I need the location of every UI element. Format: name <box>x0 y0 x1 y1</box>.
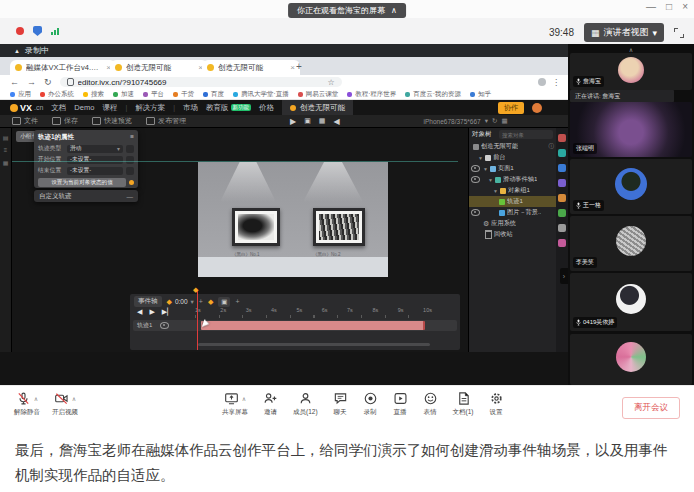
prop-set-button[interactable] <box>126 145 134 153</box>
participant-tile-3[interactable]: 王一格 <box>570 159 692 214</box>
playhead-line[interactable] <box>197 291 198 350</box>
component-icon[interactable] <box>558 179 566 187</box>
time-display[interactable]: ◆ 0:00 ▾ <box>167 298 194 306</box>
nav-item-demo[interactable]: Demo <box>74 103 94 112</box>
user-avatar[interactable] <box>532 103 542 113</box>
start-video-button[interactable]: ∧ 开启视频 <box>52 391 78 417</box>
prop-set-button[interactable] <box>126 167 134 175</box>
component-icon[interactable] <box>558 149 566 157</box>
add-track-button[interactable]: + <box>235 298 239 305</box>
video-options-caret[interactable]: ∧ <box>72 395 76 402</box>
collapse-minus-icon[interactable]: — <box>127 193 134 200</box>
security-shield-icon[interactable] <box>33 26 42 36</box>
leave-meeting-button[interactable]: 离开会议 <box>622 397 680 419</box>
canvas-gallery-wall[interactable]: 《黑白》No.1综合材料 《黑白》No.2综合材料 <box>198 162 388 257</box>
bookmark-item[interactable]: 搜索 <box>83 90 104 99</box>
chat-button[interactable]: 聊天 <box>333 391 348 417</box>
participant-tile-2[interactable]: 张端明 <box>570 102 692 157</box>
participant-tile-6[interactable] <box>570 334 692 385</box>
unmute-button[interactable]: ∧ 解除静音 <box>14 391 40 417</box>
vx-logo[interactable]: VX.cn <box>10 103 43 113</box>
grid-icon[interactable]: ▦ <box>501 117 507 125</box>
participant-tile-1[interactable]: 詹海宝 <box>570 53 692 90</box>
save-button[interactable]: 保存 <box>52 116 78 126</box>
view-mode-button[interactable]: ▦ 演讲者视图 ▾ <box>584 23 664 42</box>
timeline-ruler[interactable]: 1s2s 3s4s 5s6s 7s8s 9s10s <box>195 307 432 317</box>
participant-tile-4[interactable]: 李美笑 <box>570 216 692 271</box>
add-keyframe-button[interactable]: + <box>199 298 203 305</box>
camera-chip-icon[interactable]: ▣ <box>218 297 230 307</box>
app-tab[interactable]: 创造无限可能 <box>282 100 353 115</box>
info-icon[interactable]: ⓘ <box>549 143 555 150</box>
url-field[interactable]: editor.ivx.cn/?910745669 ☆ <box>60 77 342 87</box>
tree-item-page[interactable]: ▼页面1 <box>469 163 556 174</box>
eye-icon[interactable] <box>471 176 480 183</box>
quick-preview-button[interactable]: 快速预览 <box>92 116 132 126</box>
track-type-select[interactable]: 滑动▾ <box>67 145 123 153</box>
component-icon[interactable] <box>558 164 566 172</box>
device-caret-icon[interactable]: ▾ <box>485 117 488 125</box>
tree-item-image[interactable]: 图片－背景.. <box>469 207 556 218</box>
nav-item-course[interactable]: 课程 <box>102 103 117 113</box>
tree-item-system[interactable]: ⚙ 应用系统 <box>469 218 556 229</box>
component-icon[interactable] <box>558 134 566 142</box>
bookmark-item[interactable]: 应用 <box>10 90 31 99</box>
close-button[interactable]: × <box>682 1 688 12</box>
artwork-frame-1[interactable] <box>232 208 280 246</box>
forward-icon[interactable]: → <box>27 77 36 87</box>
track-duration-bar[interactable] <box>201 321 425 330</box>
share-options-caret[interactable]: ∧ <box>242 395 246 402</box>
back-icon[interactable]: ← <box>10 77 19 87</box>
timeline-track-row[interactable]: 轨迹1 <box>133 320 457 331</box>
bookmark-item[interactable]: 教程·程序世界 <box>347 90 396 99</box>
invite-button[interactable]: 邀请 <box>263 391 278 417</box>
live-button[interactable]: 直播 <box>393 391 408 417</box>
component-icon[interactable] <box>558 239 566 247</box>
next-frame-button[interactable]: ▶▏ <box>162 308 173 316</box>
prev-frame-button[interactable]: ◀ <box>137 308 142 316</box>
menu-kebab-icon[interactable]: ⋮ <box>552 78 560 87</box>
track-eye-icon[interactable] <box>160 322 169 329</box>
docs-button[interactable]: 文档(1) <box>453 391 474 417</box>
component-icon[interactable] <box>558 224 566 232</box>
nav-item-market[interactable]: 市场 <box>183 103 198 113</box>
play-button[interactable]: ▶ <box>149 308 154 316</box>
participant-tile-5[interactable]: 0419吴依婷 <box>570 273 692 331</box>
artwork-frame-2[interactable] <box>313 208 365 246</box>
nav-item-docs[interactable]: 文档 <box>51 103 66 113</box>
minimize-button[interactable]: — <box>646 1 656 12</box>
fullscreen-icon[interactable] <box>674 28 684 38</box>
bookmark-item[interactable]: 平台 <box>143 90 164 99</box>
bookmark-item[interactable]: 干货 <box>173 90 194 99</box>
debug-icon[interactable]: ▦ <box>319 117 326 125</box>
browser-tab-2[interactable]: 创造无限可能 × <box>110 60 208 75</box>
refresh-icon[interactable]: ↻ <box>44 77 52 87</box>
publish-icon[interactable]: ◀ <box>333 117 339 126</box>
screenshot-icon[interactable]: ▣ <box>304 117 311 125</box>
playhead-diamond-icon[interactable]: ◆ <box>193 286 198 294</box>
browser-tab-1[interactable]: 融媒体VX工作台v4.1_我的作品 × <box>10 60 116 75</box>
profile-avatar[interactable] <box>538 78 546 86</box>
nav-item-pricing[interactable]: 价格 <box>259 103 274 113</box>
bookmark-item[interactable]: 百度云·我的资源 <box>405 90 461 99</box>
share-screen-button[interactable]: ∧ 共享屏幕 <box>222 391 248 417</box>
tree-item-frontend[interactable]: ▼前台 <box>469 152 556 163</box>
bookmark-item[interactable]: 网易云课堂 <box>298 90 339 99</box>
layers-icon[interactable]: ▤ <box>3 134 9 141</box>
eye-icon[interactable] <box>471 209 480 216</box>
banner-collapse-icon[interactable]: ∧ <box>391 6 397 15</box>
run-preview-icon[interactable]: ▶ <box>290 117 296 126</box>
menu-icon[interactable]: ≡ <box>4 147 8 153</box>
browser-tab-3[interactable]: 创造无限可能 × <box>202 60 300 75</box>
bookmark-item[interactable]: 加速 <box>113 90 134 99</box>
start-pos-field[interactable]: -未设置- <box>67 156 123 164</box>
tree-item-app[interactable]: 创造无限可能 ⓘ <box>469 141 556 152</box>
prop-set-button[interactable] <box>126 156 134 164</box>
emoji-button[interactable]: 表情 <box>423 391 438 417</box>
tree-item-trash[interactable]: 回收站 <box>469 229 556 240</box>
bookmark-item[interactable]: 腾讯大学堂·直播 <box>233 90 289 99</box>
apply-state-button[interactable]: 设置为当前对象状态的值 <box>38 178 126 187</box>
collab-button[interactable]: 协作 <box>498 102 524 114</box>
nav-item-solutions[interactable]: 解决方案 <box>135 103 165 113</box>
timeline-scrollbar[interactable] <box>198 343 430 346</box>
